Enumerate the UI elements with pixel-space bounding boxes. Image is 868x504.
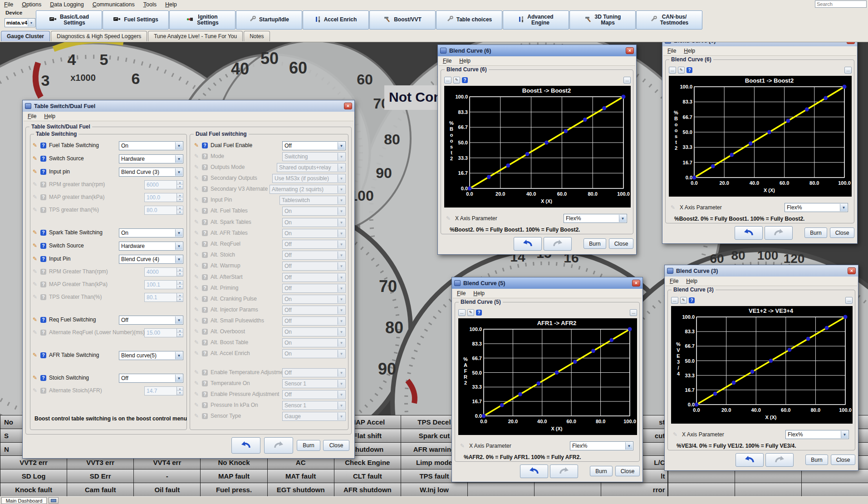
x-axis-parameter-select[interactable]: Flex%▼ — [564, 214, 627, 223]
window-menubar: File Help — [666, 277, 857, 286]
select-fuel-table-switching[interactable]: On▼ — [119, 141, 183, 150]
burn-button[interactable]: Burn — [804, 227, 827, 238]
menu-file[interactable]: File — [443, 58, 451, 64]
x-axis-parameter-select[interactable]: Flex%▼ — [785, 203, 848, 212]
menu-communications[interactable]: Communications — [93, 1, 135, 8]
redo-button[interactable] — [550, 464, 578, 478]
edit-icon[interactable]: ✎ — [467, 309, 475, 316]
tab-diagnostics-high-speed-loggers[interactable]: Diagnostics & High Speed Loggers — [51, 31, 147, 41]
more-options-icon[interactable]: ... — [669, 67, 676, 74]
close-button[interactable]: Close — [615, 466, 640, 476]
toolbar-button-ignition-settings[interactable]: Ignition Settings — [169, 10, 235, 30]
spinner-alternate-reqfuel-lower-number-ms: 15.00▲▼ — [144, 328, 183, 337]
device-select[interactable]: miata.v4 ▼ — [5, 18, 35, 27]
toolbar-button-advanced-engine[interactable]: Advanced Engine — [503, 10, 569, 30]
toolbar-button-startup-idle[interactable]: Startup/Idle — [236, 10, 302, 30]
toolbar-button-can-bus-testmodes[interactable]: CAN-bus/ Testmodes — [636, 10, 702, 30]
more-options-icon[interactable]: ... — [444, 77, 451, 84]
more-options-icon[interactable]: ... — [671, 297, 678, 304]
toolbar-button-accel-enrich[interactable]: Accel Enrich — [303, 10, 369, 30]
undo-button[interactable] — [520, 464, 548, 478]
select-outputs-mode: Shared outputs+relay▼ — [277, 163, 346, 172]
tab-notes[interactable]: Notes — [244, 31, 270, 41]
menu-file[interactable]: File — [4, 1, 13, 8]
menu-help[interactable]: Help — [459, 58, 471, 64]
select-dual-fuel-enable[interactable]: Off▼ — [282, 141, 346, 150]
taskbar-tab-main-dashboard[interactable]: Main Dashboard — [1, 497, 47, 504]
toolbar-button-table-choices[interactable]: Table choices — [436, 10, 502, 30]
redo-button[interactable] — [765, 226, 793, 240]
close-icon[interactable]: × — [632, 280, 640, 287]
select-switch-source[interactable]: Hardware▼ — [119, 242, 183, 251]
menu-help[interactable]: Help — [686, 278, 697, 284]
x-axis-parameter-select[interactable]: Flex%▼ — [570, 441, 633, 450]
menu-file[interactable]: File — [457, 290, 466, 296]
toolbar-button-boost-vvt[interactable]: Boost/VVT — [369, 10, 436, 30]
menu-help[interactable]: Help — [44, 113, 55, 119]
tab-tune-analyze-live-tune-for-you[interactable]: Tune Analyze Live! - Tune For You — [148, 31, 243, 41]
more-options-icon[interactable]: ... — [458, 309, 466, 316]
close-icon[interactable]: × — [626, 47, 634, 54]
chevron-down-icon: ▼ — [841, 431, 848, 438]
spinner-buttons: ▲▼ — [177, 293, 183, 301]
help-icon: ? — [40, 352, 46, 358]
select-input-pin[interactable]: Blend Curve (4)▼ — [119, 255, 183, 264]
edit-icon[interactable]: ✎ — [453, 77, 461, 84]
menu-file[interactable]: File — [670, 278, 678, 284]
undo-button[interactable] — [735, 226, 763, 240]
burn-button[interactable]: Burn — [584, 238, 606, 249]
edit-icon[interactable]: ✎ — [680, 297, 687, 304]
select-req-fuel-switching[interactable]: Off▼ — [119, 316, 183, 325]
menu-help[interactable]: Help — [684, 48, 695, 54]
menu-data-logging[interactable]: Data Logging — [50, 1, 83, 8]
burn-button[interactable]: Burn — [590, 466, 613, 476]
help-icon[interactable]: ? — [462, 77, 468, 83]
close-button[interactable]: Close — [831, 455, 855, 465]
more-options-icon[interactable]: ... — [844, 67, 852, 74]
gauge-number: 40 — [231, 59, 249, 79]
toolbar-button-label: Basic/Load Settings — [60, 14, 89, 26]
undo-button[interactable] — [231, 437, 260, 454]
select-switch-source[interactable]: Hardware▼ — [119, 154, 183, 163]
more-options-icon[interactable]: ... — [845, 297, 853, 304]
toolbar-button-3d-tuning-maps[interactable]: 3D Tuning Maps — [569, 10, 636, 30]
close-button[interactable]: Close — [609, 238, 633, 249]
menu-options[interactable]: Options — [22, 1, 41, 8]
window-title: Table Switch/Dual Fuel — [34, 103, 341, 109]
close-icon[interactable]: × — [344, 103, 352, 109]
close-button[interactable]: Close — [830, 227, 854, 238]
edit-icon[interactable]: ✎ — [678, 67, 685, 74]
close-icon[interactable]: × — [848, 267, 856, 274]
more-options-icon[interactable]: ... — [623, 77, 631, 84]
more-options-icon[interactable]: ... — [630, 309, 637, 316]
burn-button[interactable]: Burn — [297, 440, 320, 451]
redo-button[interactable] — [264, 437, 293, 454]
redo-button[interactable] — [765, 453, 794, 467]
toolbar-button-fuel-settings[interactable]: Fuel Settings — [103, 10, 169, 30]
select-afr-table-switching[interactable]: Blend curve(5)▼ — [119, 351, 183, 360]
help-icon[interactable]: ? — [476, 310, 482, 316]
toolbar-button-basic-load-settings[interactable]: Basic/Load Settings — [36, 10, 102, 30]
select-spark-table-switching[interactable]: On▼ — [119, 228, 183, 237]
select-stoich-switching[interactable]: Off▼ — [119, 374, 183, 383]
tab-gauge-cluster[interactable]: Gauge Cluster — [1, 31, 50, 41]
menu-help[interactable]: Help — [165, 1, 177, 8]
menu-tools[interactable]: Tools — [143, 1, 157, 8]
x-axis-parameter-select[interactable]: Flex%▼ — [785, 430, 849, 439]
redo-button[interactable] — [544, 237, 572, 251]
select-input-pin[interactable]: Blend Curve (3)▼ — [119, 168, 183, 177]
close-button[interactable]: Close — [323, 440, 349, 451]
svg-text:E: E — [677, 353, 680, 359]
undo-button[interactable] — [736, 453, 764, 467]
svg-text:X (X): X (X) — [764, 188, 775, 193]
search-input[interactable] — [815, 0, 867, 8]
dashboard-icon-button[interactable] — [49, 497, 59, 504]
undo-button[interactable] — [514, 237, 542, 251]
menu-file[interactable]: File — [28, 113, 36, 119]
help-icon[interactable]: ? — [689, 297, 695, 303]
menu-help[interactable]: Help — [473, 290, 485, 296]
menu-file[interactable]: File — [667, 48, 676, 54]
help-icon[interactable]: ? — [687, 67, 692, 73]
combo-value: Sensor 1 — [284, 402, 306, 409]
burn-button[interactable]: Burn — [805, 455, 828, 465]
